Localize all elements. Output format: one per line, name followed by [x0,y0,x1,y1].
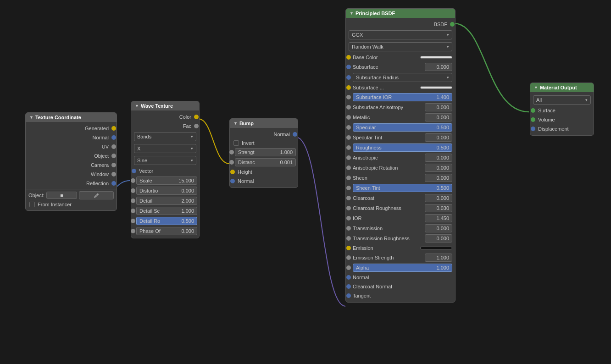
wt-phaseof-socket[interactable] [131,229,135,233]
bump-strength-socket[interactable] [229,150,234,154]
reflection-socket[interactable] [111,181,116,186]
pbsdf-aniso-rotation-socket[interactable] [346,165,351,170]
pbsdf-collapse-icon[interactable]: ▼ [350,11,354,16]
pbsdf-metallic-socket[interactable] [346,115,351,120]
pbsdf-transmission-roughness-socket[interactable] [346,236,351,241]
wt-vector-socket[interactable] [132,169,136,173]
bump-strength-box[interactable]: Strengt 1.000 [235,148,296,156]
pbsdf-transmission-socket[interactable] [346,226,351,231]
bump-invert-checkbox[interactable] [233,140,239,146]
wt-color-socket[interactable] [194,115,199,119]
pbsdf-ggx-dropdown[interactable]: GGX ▾ [349,30,452,39]
mo-collapse-icon[interactable]: ▼ [534,85,538,90]
mo-displacement-socket[interactable] [531,127,535,131]
normal-socket[interactable] [111,135,116,140]
wt-collapse-icon[interactable]: ▼ [135,104,139,108]
pbsdf-sheen-tint-value[interactable]: Sheen Tint 0.500 [353,184,452,192]
pbsdf-sheen-socket[interactable] [346,176,351,180]
mo-volume-socket[interactable] [531,117,535,122]
wt-fac-socket[interactable] [194,124,199,128]
wt-scale-box[interactable]: Scale 15.000 [136,176,197,185]
pbsdf-clearcoat-socket[interactable] [346,196,351,200]
window-socket[interactable] [111,172,116,176]
wave-texture-node: ▼ Wave Texture Color Fac Bands ▾ X [131,101,200,238]
pbsdf-subsurface-ior-socket[interactable] [346,95,351,99]
reflection-label: Reflection [86,181,109,186]
pbsdf-subsurface-value[interactable]: 0.000 [425,63,452,71]
pbsdf-subsurface-socket[interactable] [346,65,351,69]
pbsdf-subsurface-radius-socket[interactable] [346,75,351,80]
pbsdf-metallic-value[interactable]: 0.000 [425,113,452,121]
wt-phaseof-box[interactable]: Phase Of 0.000 [136,227,197,235]
camera-socket[interactable] [111,163,116,167]
pbsdf-roughness-socket[interactable] [346,145,351,150]
object-label-out: Object [94,153,109,159]
pbsdf-emission-socket[interactable] [346,246,351,250]
generated-socket[interactable] [111,126,116,131]
bump-normal-out-socket[interactable] [293,132,297,137]
pbsdf-clearcoat-roughness-socket[interactable] [346,206,351,210]
mo-all-dropdown[interactable]: All ▾ [533,95,591,105]
pbsdf-rw-dropdown[interactable]: Random Walk ▾ [349,42,452,51]
pbsdf-subsurface-ior-value[interactable]: Subsurface IOR 1.400 [353,93,452,101]
pbsdf-transmission-roughness-value[interactable]: 0.000 [425,234,452,243]
wt-detailro-socket[interactable] [131,219,135,223]
pbsdf-subsurface-aniso-socket[interactable] [346,105,351,110]
pbsdf-specular-tint-value[interactable]: 0.000 [425,133,452,142]
wt-distortion-socket[interactable] [131,188,135,193]
wt-detailro-box[interactable]: Detail Ro 0.500 [136,217,197,225]
pbsdf-anisotropic-socket[interactable] [346,155,351,160]
wt-sine-dropdown[interactable]: Sine ▾ [134,156,196,165]
pbsdf-base-color-socket[interactable] [346,55,351,60]
wt-distortion-box[interactable]: Distortio 0.000 [136,187,197,195]
pbsdf-aniso-rotation-value[interactable]: 0.000 [425,164,452,172]
pbsdf-subsurface-radius-dropdown[interactable]: Subsurface Radius ▾ [353,73,452,82]
pbsdf-specular-value[interactable]: Specular 0.500 [353,123,452,132]
pbsdf-clearcoat-roughness-value[interactable]: 0.030 [425,204,452,212]
wt-detailsc-socket[interactable] [131,209,135,213]
wt-scale-socket[interactable] [131,178,135,183]
pbsdf-clearcoat-normal-socket[interactable] [346,284,351,289]
pbsdf-bsdf-socket[interactable] [450,22,455,27]
pbsdf-sheen-value[interactable]: 0.000 [425,174,452,182]
bump-normal-in-socket[interactable] [230,179,235,183]
eyedropper-box[interactable]: 🖉 [79,191,114,199]
pbsdf-emission-value[interactable] [420,247,452,249]
bump-distance-box[interactable]: Distanc 0.001 [235,158,296,166]
pbsdf-subsurface-color-socket[interactable] [346,85,351,90]
pbsdf-alpha-value[interactable]: Alpha 1.000 [353,264,452,272]
mo-surface-row: Surface [530,106,594,115]
wt-bands-dropdown[interactable]: Bands ▾ [134,132,196,141]
pbsdf-specular-tint-socket[interactable] [346,135,351,140]
pbsdf-tangent-socket[interactable] [346,293,351,298]
pbsdf-anisotropic-value[interactable]: 0.000 [425,154,452,162]
wt-detail-socket[interactable] [131,199,135,203]
mo-surface-socket[interactable] [531,108,535,113]
wt-x-dropdown[interactable]: X ▾ [134,144,196,153]
object-socket[interactable] [111,154,116,158]
pbsdf-sheen-tint-socket[interactable] [346,186,351,190]
bump-distance-socket[interactable] [229,160,234,165]
pbsdf-subsurface-color-value[interactable] [420,86,452,89]
pbsdf-ior-socket[interactable] [346,216,351,221]
collapse-icon[interactable]: ▼ [29,115,33,120]
uv-socket[interactable] [111,144,116,149]
pbsdf-normal-row: Normal [346,273,455,282]
pbsdf-subsurface-aniso-value[interactable]: 0.000 [425,103,452,111]
bump-height-socket[interactable] [230,170,235,174]
pbsdf-ior-value[interactable]: 1.450 [425,214,452,222]
wt-detail-box[interactable]: Detail 2.000 [136,197,197,205]
pbsdf-roughness-value[interactable]: Roughness 0.500 [353,143,452,152]
from-instancer-checkbox[interactable] [29,202,35,207]
pbsdf-clearcoat-value[interactable]: 0.000 [425,194,452,202]
pbsdf-specular-socket[interactable] [346,125,351,130]
pbsdf-normal-socket[interactable] [346,275,351,280]
bump-collapse-icon[interactable]: ▼ [233,121,238,126]
wt-detailsc-box[interactable]: Detail Sc 1.000 [136,207,197,215]
object-icon-box[interactable]: ■ [46,192,78,199]
pbsdf-emission-strength-socket[interactable] [346,255,351,260]
pbsdf-emission-strength-value[interactable]: 1.000 [425,254,452,262]
pbsdf-transmission-value[interactable]: 0.000 [425,224,452,232]
pbsdf-alpha-socket[interactable] [346,265,351,270]
pbsdf-base-color-value[interactable] [420,56,452,59]
